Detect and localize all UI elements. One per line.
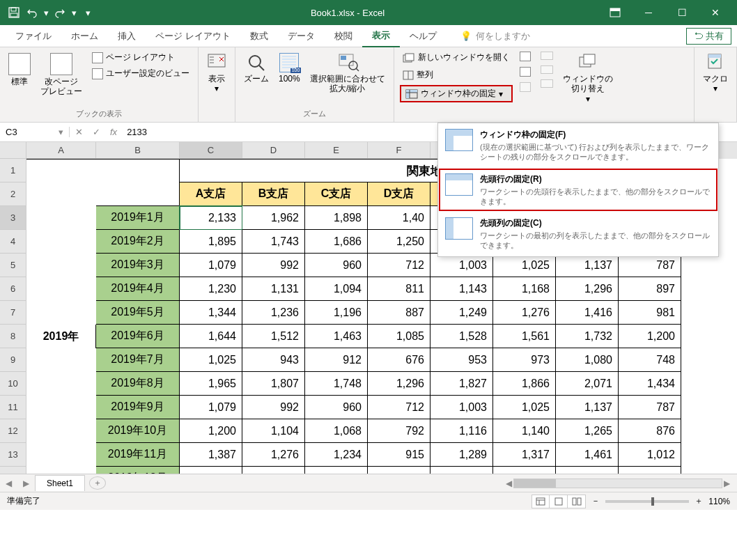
data-cell-r11-c5[interactable]: 1,025 <box>493 396 556 419</box>
row-header-9[interactable]: 9 <box>0 348 26 372</box>
tell-me-search[interactable]: 💡 何をしますか <box>460 30 530 42</box>
data-cell-r8-c5[interactable]: 1,561 <box>493 325 556 348</box>
data-cell-r12-c6[interactable]: 1,265 <box>556 419 619 443</box>
data-cell-r3-c1[interactable]: 1,962 <box>242 206 305 230</box>
data-cell-r12-c3[interactable]: 792 <box>368 419 430 443</box>
data-cell-r10-c6[interactable]: 2,071 <box>556 372 619 396</box>
custom-view-button[interactable]: ユーザー設定のビュー <box>89 66 192 81</box>
zoom-level[interactable]: 110% <box>708 497 730 506</box>
data-cell-r5-c4[interactable]: 1,003 <box>430 254 493 277</box>
data-cell-r12-c7[interactable]: 876 <box>619 419 681 443</box>
zoom-100-button[interactable]: 100100% <box>276 50 303 86</box>
share-button[interactable]: ⮌ 共有 <box>686 28 731 45</box>
data-cell-r11-c6[interactable]: 1,137 <box>556 396 619 419</box>
data-cell-r10-c7[interactable]: 1,434 <box>619 372 681 396</box>
month-label-6[interactable]: 2019年7月 <box>96 348 180 372</box>
cell-A5[interactable] <box>26 254 96 277</box>
store-header-3[interactable]: D支店 <box>368 182 430 206</box>
data-cell-r12-c2[interactable]: 1,068 <box>305 419 368 443</box>
data-cell-r6-c5[interactable]: 1,168 <box>493 277 556 301</box>
data-cell-r10-c3[interactable]: 1,296 <box>368 372 430 396</box>
pagelayout-view-icon[interactable] <box>550 495 568 508</box>
data-cell-r7-c5[interactable]: 1,276 <box>493 301 556 325</box>
data-cell-r3-c2[interactable]: 1,898 <box>305 206 368 230</box>
data-cell-r11-c0[interactable]: 1,079 <box>180 396 242 419</box>
data-cell-r10-c4[interactable]: 1,827 <box>430 372 493 396</box>
data-cell-r10-c5[interactable]: 1,866 <box>493 372 556 396</box>
data-cell-r11-c3[interactable]: 712 <box>368 396 430 419</box>
normal-view-button[interactable]: 標準 <box>6 50 33 89</box>
data-cell-r12-c0[interactable]: 1,200 <box>180 419 242 443</box>
freeze-first-col-option[interactable]: 先頭列の固定(C)ワークシートの最初の列を表示したままで、他の部分をスクロールで… <box>438 212 718 256</box>
row-header-4[interactable]: 4 <box>0 230 26 254</box>
col-header-B[interactable]: B <box>96 142 180 159</box>
sheet-nav-next[interactable]: ▶ <box>17 479 35 488</box>
col-header-C[interactable]: C <box>180 142 242 159</box>
name-box[interactable]: C3 ▾ <box>0 127 70 137</box>
cell-A13[interactable] <box>26 443 96 467</box>
data-cell-r6-c7[interactable]: 897 <box>619 277 681 301</box>
save-icon[interactable] <box>6 4 22 21</box>
month-label-7[interactable]: 2019年8月 <box>96 372 180 396</box>
cell-A11[interactable] <box>26 396 96 419</box>
data-cell-r9-c7[interactable]: 748 <box>619 348 681 372</box>
view-sidebyside-button[interactable] <box>538 50 556 61</box>
sheet-tab[interactable]: Sheet1 <box>35 475 85 491</box>
data-cell-r13-c7[interactable]: 1,012 <box>619 443 681 467</box>
data-cell-r13-c5[interactable]: 1,317 <box>493 443 556 467</box>
data-cell-r6-c0[interactable]: 1,230 <box>180 277 242 301</box>
data-cell-r7-c4[interactable]: 1,249 <box>430 301 493 325</box>
month-label-10[interactable]: 2019年11月 <box>96 443 180 467</box>
cell-A6[interactable] <box>26 277 96 301</box>
data-cell-r4-c0[interactable]: 1,895 <box>180 230 242 254</box>
data-cell-r11-c2[interactable]: 960 <box>305 396 368 419</box>
zoom-selection-button[interactable]: 選択範囲に合わせて 拡大/縮小 <box>307 50 388 97</box>
data-cell-r14-c7[interactable]: 1,467 <box>619 467 681 474</box>
data-cell-r8-c7[interactable]: 1,200 <box>619 325 681 348</box>
row-header-8[interactable]: 8 <box>0 325 26 348</box>
tab-data[interactable]: データ <box>278 26 325 47</box>
data-cell-r10-c0[interactable]: 1,965 <box>180 372 242 396</box>
data-cell-r9-c1[interactable]: 943 <box>242 348 305 372</box>
data-cell-r3-c3[interactable]: 1,40 <box>368 206 430 230</box>
cell-A7[interactable] <box>26 301 96 325</box>
data-cell-r7-c6[interactable]: 1,416 <box>556 301 619 325</box>
data-cell-r14-c3[interactable]: 1,326 <box>368 467 430 474</box>
store-header-0[interactable]: A支店 <box>180 182 242 206</box>
row-header-10[interactable]: 10 <box>0 372 26 396</box>
tab-view[interactable]: 表示 <box>362 25 400 47</box>
sync-scroll-button[interactable] <box>538 64 556 75</box>
data-cell-r13-c0[interactable]: 1,387 <box>180 443 242 467</box>
undo-icon[interactable] <box>24 4 40 21</box>
data-cell-r6-c2[interactable]: 1,094 <box>305 277 368 301</box>
tab-insert[interactable]: 挿入 <box>108 26 146 47</box>
zoom-slider[interactable] <box>605 500 689 503</box>
cell-A1[interactable] <box>26 159 96 182</box>
data-cell-r8-c4[interactable]: 1,528 <box>430 325 493 348</box>
month-label-3[interactable]: 2019年4月 <box>96 277 180 301</box>
enter-icon[interactable]: ✓ <box>93 127 100 137</box>
data-cell-r10-c1[interactable]: 1,807 <box>242 372 305 396</box>
cancel-icon[interactable]: ✕ <box>75 127 83 137</box>
month-label-5[interactable]: 2019年6月 <box>96 325 180 348</box>
cell-A14[interactable] <box>26 467 96 474</box>
row-header-6[interactable]: 6 <box>0 277 26 301</box>
data-cell-r13-c4[interactable]: 1,289 <box>430 443 493 467</box>
tab-formulas[interactable]: 数式 <box>240 26 278 47</box>
data-cell-r13-c2[interactable]: 1,234 <box>305 443 368 467</box>
data-cell-r9-c5[interactable]: 973 <box>493 348 556 372</box>
data-cell-r12-c4[interactable]: 1,116 <box>430 419 493 443</box>
data-cell-r7-c0[interactable]: 1,344 <box>180 301 242 325</box>
undo-dropdown-icon[interactable]: ▾ <box>42 4 50 21</box>
data-cell-r4-c1[interactable]: 1,743 <box>242 230 305 254</box>
data-cell-r13-c1[interactable]: 1,276 <box>242 443 305 467</box>
freeze-panes-dropdown[interactable]: ウィンドウ枠の固定 ▾ <box>400 85 513 102</box>
scroll-thumb[interactable] <box>514 479 556 488</box>
unhide-button[interactable] <box>517 81 534 93</box>
month-label-1[interactable]: 2019年2月 <box>96 230 180 254</box>
switch-window-button[interactable]: ウィンドウの 切り替え▾ <box>560 50 616 107</box>
cell-A3[interactable] <box>26 206 96 230</box>
split-button[interactable] <box>517 50 534 63</box>
col-header-F[interactable]: F <box>368 142 430 159</box>
freeze-top-row-option[interactable]: 先頭行の固定(R)ワークシートの先頭行を表示したままで、他の部分をスクロールでき… <box>438 168 718 212</box>
